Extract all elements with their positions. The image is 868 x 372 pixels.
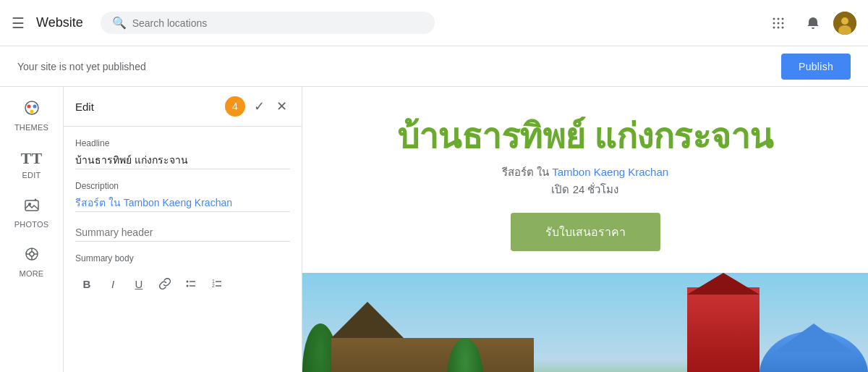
- subtitle-hours: เปิด 24 ชั่วโมง: [551, 183, 618, 195]
- rich-text-toolbar: B I U: [75, 269, 290, 298]
- svg-point-4: [778, 22, 780, 24]
- description-input[interactable]: [75, 194, 290, 212]
- summary-body-section: Summary body B I U: [75, 253, 290, 298]
- svg-point-15: [30, 110, 33, 114]
- cta-button[interactable]: รับใบเสนอราคา: [511, 213, 660, 251]
- summary-header-field-group: [75, 224, 290, 242]
- top-nav: ☰ Website 🔍: [0, 0, 868, 46]
- svg-point-24: [187, 281, 189, 283]
- preview-title: บ้านธารทิพย์ แก่งกระจาน: [397, 116, 773, 158]
- svg-point-5: [782, 22, 784, 24]
- search-bar: 🔍: [101, 12, 435, 34]
- hamburger-icon[interactable]: ☰: [12, 14, 25, 32]
- edit-step-badge: 4: [225, 96, 245, 117]
- headline-input[interactable]: [75, 151, 290, 169]
- summary-body-label: Summary body: [75, 253, 290, 263]
- svg-point-8: [782, 26, 784, 28]
- edit-panel-header: Edit 4 ✓ ✕: [64, 87, 302, 127]
- nav-icons: [764, 9, 856, 38]
- preview-photo-section: Edit Header Photo 🚩 Send feedback: [302, 273, 868, 372]
- svg-point-10: [841, 17, 848, 25]
- subtitle-text: รีสอร์ต ใน: [502, 166, 549, 178]
- sidebar-item-edit[interactable]: TT EDIT: [0, 142, 63, 187]
- svg-point-0: [773, 17, 775, 20]
- confirm-button[interactable]: ✓: [251, 96, 268, 117]
- preview-hero: บ้านธารทิพย์ แก่งกระจาน รีสอร์ต ใน Tambo…: [302, 87, 868, 273]
- avatar[interactable]: [833, 12, 856, 35]
- description-label: Description: [75, 181, 290, 191]
- more-label: MORE: [20, 269, 44, 278]
- photos-icon: [24, 197, 40, 217]
- sidebar: THEMES TT EDIT PHOTOS: [0, 87, 64, 372]
- link-button[interactable]: [153, 272, 176, 295]
- sidebar-item-photos[interactable]: PHOTOS: [0, 190, 63, 236]
- svg-point-14: [33, 105, 36, 109]
- main-area: THEMES TT EDIT PHOTOS: [0, 87, 868, 372]
- svg-point-3: [773, 22, 775, 24]
- preview-subtitle: รีสอร์ต ใน Tambon Kaeng Krachan เปิด 24 …: [502, 164, 668, 198]
- bold-button[interactable]: B: [75, 272, 98, 295]
- publish-button[interactable]: Publish: [781, 54, 851, 80]
- description-field-group: Description: [75, 181, 290, 212]
- search-icon: 🔍: [112, 16, 127, 30]
- publish-banner: Your site is not yet published Publish: [0, 46, 868, 87]
- subtitle-link[interactable]: Tambon Kaeng Krachan: [552, 166, 668, 178]
- sidebar-item-themes[interactable]: THEMES: [0, 93, 63, 139]
- svg-point-7: [778, 26, 780, 28]
- unordered-list-button[interactable]: [179, 272, 203, 295]
- search-input[interactable]: [132, 17, 424, 29]
- sidebar-item-more[interactable]: MORE: [0, 239, 63, 285]
- close-button[interactable]: ✕: [273, 96, 290, 117]
- headline-label: Headline: [75, 138, 290, 148]
- italic-button[interactable]: I: [101, 272, 124, 295]
- svg-point-19: [30, 252, 34, 256]
- edit-actions: ✓ ✕: [251, 96, 290, 117]
- preview-area: บ้านธารทิพย์ แก่งกระจาน รีสอร์ต ใน Tambo…: [302, 87, 868, 372]
- svg-point-1: [778, 17, 780, 20]
- svg-point-26: [187, 285, 189, 287]
- edit-panel-body: Headline Description Summary body B I U: [64, 127, 302, 310]
- ordered-list-button[interactable]: 1 2: [205, 272, 229, 295]
- themes-label: THEMES: [14, 123, 48, 132]
- headline-field-group: Headline: [75, 138, 290, 169]
- photos-label: PHOTOS: [14, 220, 49, 229]
- edit-panel: Edit 4 ✓ ✕ Headline Description: [64, 87, 302, 372]
- more-icon: [24, 246, 40, 266]
- svg-point-2: [782, 17, 784, 20]
- svg-rect-16: [25, 200, 38, 211]
- photo-background: [302, 273, 868, 372]
- app-title: Website: [36, 15, 83, 30]
- apps-icon[interactable]: [764, 9, 793, 38]
- svg-point-13: [27, 105, 30, 109]
- notifications-icon[interactable]: [799, 9, 827, 38]
- edit-label: EDIT: [22, 171, 41, 179]
- svg-text:2: 2: [212, 283, 215, 288]
- svg-point-6: [773, 26, 775, 28]
- summary-header-input[interactable]: [75, 224, 290, 242]
- banner-text: Your site is not yet published: [17, 61, 770, 72]
- edit-icon: TT: [21, 149, 42, 168]
- themes-icon: [24, 100, 40, 120]
- underline-button[interactable]: U: [127, 272, 150, 295]
- edit-panel-title: Edit: [75, 101, 219, 113]
